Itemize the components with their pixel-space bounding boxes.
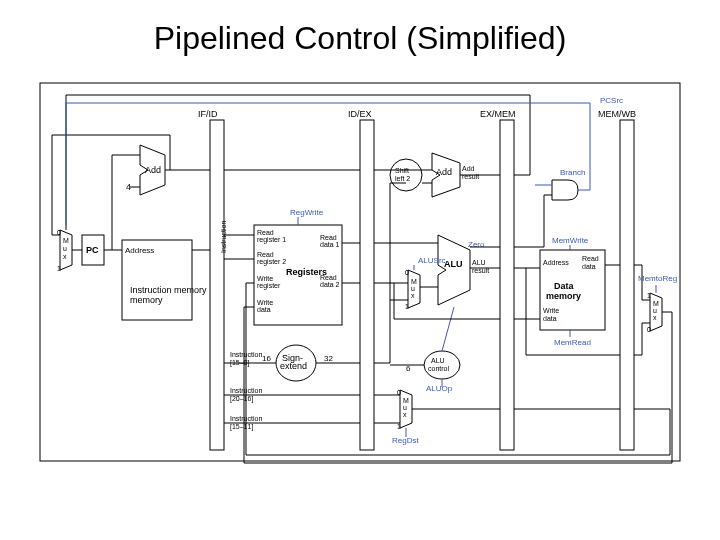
pc-block: PC <box>82 235 104 265</box>
svg-text:ID/EX: ID/EX <box>348 109 372 119</box>
svg-text:Write: Write <box>257 275 273 282</box>
svg-text:data: data <box>582 263 596 270</box>
svg-text:extend: extend <box>280 361 307 371</box>
svg-rect-7 <box>620 120 634 450</box>
sign-extend: Sign- extend <box>276 345 316 381</box>
svg-text:MEM/WB: MEM/WB <box>598 109 636 119</box>
sig-memread: MemRead <box>554 338 591 347</box>
register-file: Read register 1 Read register 2 Write re… <box>254 225 342 325</box>
svg-text:Read: Read <box>257 251 274 258</box>
page-title: Pipelined Control (Simplified) <box>0 20 720 57</box>
instruction-rot: Instruction <box>220 221 227 253</box>
svg-text:register: register <box>257 282 281 290</box>
sig-memwrite: MemWrite <box>552 236 589 245</box>
data-memory: Address Read data Write data Data memory <box>540 250 605 330</box>
svg-text:ALU: ALU <box>431 357 445 364</box>
svg-text:u: u <box>653 307 657 314</box>
svg-text:1: 1 <box>647 292 651 299</box>
svg-rect-3 <box>360 120 374 450</box>
svg-text:Add: Add <box>145 165 161 175</box>
svg-text:memory: memory <box>130 295 163 305</box>
svg-text:data: data <box>257 306 271 313</box>
svg-text:memory: memory <box>546 291 581 301</box>
sig-regdst: RegDst <box>392 436 419 445</box>
svg-text:Instruction
memory: Instruction memory <box>130 285 207 295</box>
svg-text:[20–16]: [20–16] <box>230 395 253 403</box>
sig-pcsrc: PCSrc <box>600 96 623 105</box>
svg-text:result: result <box>462 173 479 180</box>
svg-text:EX/MEM: EX/MEM <box>480 109 516 119</box>
svg-text:Read: Read <box>582 255 599 262</box>
const-32: 32 <box>324 354 333 363</box>
svg-text:Registers: Registers <box>286 267 327 277</box>
svg-text:left 2: left 2 <box>395 175 410 182</box>
svg-text:Write: Write <box>543 307 559 314</box>
svg-text:Address: Address <box>125 246 154 255</box>
sig-alusrc: ALUSrc <box>418 256 446 265</box>
svg-text:Data: Data <box>554 281 575 291</box>
branch-and-gate <box>552 180 578 200</box>
svg-text:M: M <box>653 300 659 307</box>
svg-text:PC: PC <box>86 245 99 255</box>
sig-aluop: ALUOp <box>426 384 453 393</box>
svg-text:Read: Read <box>257 229 274 236</box>
svg-text:1: 1 <box>397 423 401 430</box>
svg-text:[15–0]: [15–0] <box>230 359 250 367</box>
sig-branch: Branch <box>560 168 585 177</box>
svg-text:IF/ID: IF/ID <box>198 109 218 119</box>
svg-text:x: x <box>653 314 657 321</box>
svg-text:x: x <box>63 253 67 260</box>
svg-text:x: x <box>403 411 407 418</box>
svg-text:1: 1 <box>405 303 409 310</box>
svg-text:M: M <box>63 237 69 244</box>
svg-text:u: u <box>411 285 415 292</box>
svg-text:register 1: register 1 <box>257 236 286 244</box>
sig-memtoreg: MemtoReg <box>638 274 677 283</box>
svg-text:Add: Add <box>436 167 452 177</box>
svg-text:data 2: data 2 <box>320 281 340 288</box>
svg-rect-5 <box>500 120 514 450</box>
svg-text:ALU: ALU <box>444 259 463 269</box>
svg-text:register 2: register 2 <box>257 258 286 266</box>
svg-rect-1 <box>210 120 224 450</box>
shift-left-2: Shift left 2 <box>390 159 422 191</box>
svg-text:0: 0 <box>647 326 651 333</box>
svg-text:u: u <box>403 404 407 411</box>
svg-text:M: M <box>411 278 417 285</box>
svg-text:Write: Write <box>257 299 273 306</box>
alu-control: ALU control <box>424 351 460 379</box>
svg-text:Read: Read <box>320 234 337 241</box>
svg-text:0: 0 <box>405 269 409 276</box>
svg-text:[15–11]: [15–11] <box>230 423 253 431</box>
svg-text:data 1: data 1 <box>320 241 340 248</box>
svg-text:1: 1 <box>57 265 61 272</box>
svg-text:x: x <box>411 292 415 299</box>
svg-text:u: u <box>63 245 67 252</box>
diagram-canvas: IF/ID ID/EX EX/MEM MEM/WB 0 1 M u x PC A… <box>30 75 690 475</box>
svg-text:M: M <box>403 397 409 404</box>
const-16: 16 <box>262 354 271 363</box>
svg-text:control: control <box>428 365 449 372</box>
svg-text:Add: Add <box>462 165 475 172</box>
svg-text:Address: Address <box>543 259 569 266</box>
zero-label: Zero <box>468 240 485 249</box>
svg-text:ALU: ALU <box>472 259 486 266</box>
sig-regwrite: RegWrite <box>290 208 324 217</box>
svg-text:data: data <box>543 315 557 322</box>
